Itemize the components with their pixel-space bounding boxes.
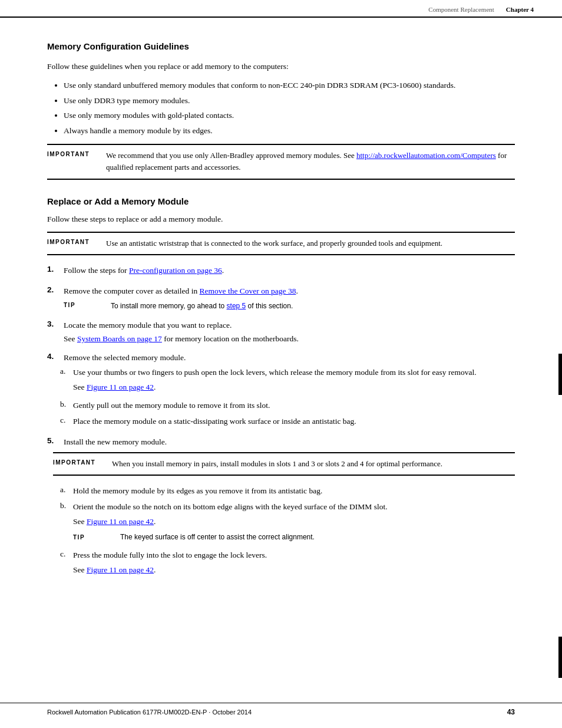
step-2-link[interactable]: Remove the Cover on page 38: [200, 286, 296, 295]
sidebar-marker-1: [558, 354, 562, 395]
step-2-num: 2.: [47, 285, 64, 294]
step-4a-ref-link[interactable]: Figure 11 on page 42: [87, 383, 154, 391]
header-section: Component Replacement: [428, 6, 494, 13]
tip-label-2: TIP: [73, 532, 120, 542]
step-3-num: 3.: [47, 319, 64, 328]
page-footer: Rockwell Automation Publication 6177R-UM…: [0, 703, 562, 716]
step-5c: c. Press the module fully into the slot …: [60, 549, 515, 579]
page-content: Memory Configuration Guidelines Follow t…: [0, 18, 562, 622]
step-3-ref-before: See: [64, 334, 77, 343]
tip-box-2: TIP The keyed surface is off center to a…: [73, 532, 515, 542]
step-4a-content: Use your thumbs or two fingers to push o…: [73, 367, 515, 396]
tip-content-2: The keyed surface is off center to assis…: [120, 532, 515, 542]
step-3-content: Locate the memory module that you want t…: [64, 319, 515, 332]
step-5a: a. Hold the memory module by its edges a…: [60, 485, 515, 498]
step-4-row: 4. Remove the selected memory module.: [47, 352, 515, 364]
important-content-1: We recommend that you use only Allen-Bra…: [106, 150, 515, 173]
step-1-num: 1.: [47, 265, 64, 274]
step-4a-ref: See Figure 11 on page 42.: [73, 381, 515, 394]
important-content-2: Use an antistatic wriststrap that is con…: [106, 238, 515, 249]
important-box-3: IMPORTANT When you install memory in pai…: [53, 452, 515, 476]
step-5-content: Install the new memory module.: [64, 436, 515, 449]
step-5a-label: a.: [60, 485, 73, 498]
step-5-important-container: IMPORTANT When you install memory in pai…: [53, 452, 515, 476]
sidebar-marker-2: [558, 637, 562, 678]
step-4c-label: c.: [60, 416, 73, 428]
step-2-text-after: .: [296, 286, 297, 295]
important-content-3: When you install memory in pairs, instal…: [112, 458, 515, 470]
section-replace-memory: Replace or Add a Memory Module Follow th…: [47, 196, 515, 579]
step-5b-ref: See Figure 11 on page 42.: [73, 516, 515, 528]
section1-bullets: Use only standard unbuffered memory modu…: [64, 79, 515, 137]
step-5b: b. Orient the module so the notch on its…: [60, 501, 515, 546]
tip-text-before: To install more memory, go ahead to: [111, 302, 227, 310]
step-1-text-before: Follow the steps for: [64, 266, 129, 275]
step-1-content: Follow the steps for Pre-configuration o…: [64, 265, 515, 277]
section2-intro: Follow these steps to replace or add a m…: [47, 213, 515, 226]
header-chapter: Chapter 4: [506, 6, 534, 13]
bullet-item: Use only DDR3 type memory modules.: [64, 94, 515, 107]
page-header: Component Replacement Chapter 4: [0, 0, 562, 18]
bullet-item: Always handle a memory module by its edg…: [64, 124, 515, 137]
step-5c-content: Press the module fully into the slot to …: [73, 549, 515, 579]
important-box-2: IMPORTANT Use an antistatic wriststrap t…: [47, 232, 515, 255]
step-3: 3. Locate the memory module that you wan…: [47, 319, 515, 344]
step-3-ref-para: See System Boards on page 17 for memory …: [64, 334, 515, 344]
section1-title: Memory Configuration Guidelines: [47, 41, 515, 51]
step-4a-label: a.: [60, 367, 73, 396]
important-box-1: IMPORTANT We recommend that you use only…: [47, 144, 515, 179]
important-label-2: IMPORTANT: [47, 238, 106, 249]
footer-publication: Rockwell Automation Publication 6177R-UM…: [47, 709, 252, 716]
step-4c: c. Place the memory module on a static-d…: [60, 416, 515, 428]
step-5-num: 5.: [47, 436, 64, 445]
section2-title: Replace or Add a Memory Module: [47, 196, 515, 206]
tip-content-1: To install more memory, go ahead to step…: [111, 301, 515, 311]
step-2-row: 2. Remove the computer cover as detailed…: [47, 285, 515, 298]
step-4: 4. Remove the selected memory module. a.…: [47, 352, 515, 428]
tip-text-after: of this section.: [246, 302, 293, 310]
section1-intro: Follow these guidelines when you replace…: [47, 61, 515, 73]
step-4b-label: b.: [60, 400, 73, 412]
important-text-before: We recommend that you use only Allen-Bra…: [106, 151, 356, 160]
tip-label-1: TIP: [64, 301, 111, 311]
step-2-tip-container: TIP To install more memory, go ahead to …: [64, 301, 515, 311]
step-4b: b. Gently pull out the memory module to …: [60, 400, 515, 412]
footer-page-num: 43: [507, 708, 515, 716]
step-3-ref-after: for memory location on the motherboards.: [162, 334, 299, 343]
step-5c-label: c.: [60, 549, 73, 579]
step-5b-content: Orient the module so the notch on its bo…: [73, 501, 515, 546]
important-link-1[interactable]: http://ab.rockwellautomation.com/Compute…: [356, 151, 496, 160]
step-4-content: Remove the selected memory module.: [64, 352, 515, 364]
step-1-row: 1. Follow the steps for Pre-configuratio…: [47, 265, 515, 277]
step-2-content: Remove the computer cover as detailed in…: [64, 285, 515, 298]
step-5-row: 5. Install the new memory module.: [47, 436, 515, 449]
tip-link-1[interactable]: step 5: [227, 302, 246, 310]
page: Component Replacement Chapter 4 Memory C…: [0, 0, 562, 728]
step-4c-content: Place the memory module on a static-diss…: [73, 416, 515, 428]
step-5: 5. Install the new memory module. IMPORT…: [47, 436, 515, 579]
important-label-3: IMPORTANT: [53, 458, 112, 470]
step-4-num: 4.: [47, 352, 64, 361]
bullet-item: Use only memory modules with gold-plated…: [64, 109, 515, 122]
step-5-substeps: a. Hold the memory module by its edges a…: [60, 485, 515, 579]
step-3-row: 3. Locate the memory module that you wan…: [47, 319, 515, 332]
step-5a-content: Hold the memory module by its edges as y…: [73, 485, 515, 498]
step-1-text-after: .: [222, 266, 224, 275]
important-label-1: IMPORTANT: [47, 150, 106, 173]
step-3-ref-link[interactable]: System Boards on page 17: [77, 334, 162, 343]
step-5c-ref-link[interactable]: Figure 11 on page 42: [87, 565, 154, 574]
bullet-item: Use only standard unbuffered memory modu…: [64, 79, 515, 92]
step-1-link[interactable]: Pre-configuration on page 36: [129, 266, 222, 275]
step-1: 1. Follow the steps for Pre-configuratio…: [47, 265, 515, 277]
step-5c-ref: See Figure 11 on page 42.: [73, 564, 515, 577]
step-5b-label: b.: [60, 501, 73, 546]
step-5b-ref-link[interactable]: Figure 11 on page 42: [87, 517, 154, 526]
step-3-see-ref: See System Boards on page 17 for memory …: [64, 334, 515, 344]
step-2: 2. Remove the computer cover as detailed…: [47, 285, 515, 312]
step-4b-content: Gently pull out the memory module to rem…: [73, 400, 515, 412]
tip-box-1: TIP To install more memory, go ahead to …: [64, 301, 515, 311]
step-4a: a. Use your thumbs or two fingers to pus…: [60, 367, 515, 396]
section-memory-config: Memory Configuration Guidelines Follow t…: [47, 41, 515, 180]
step-2-text-before: Remove the computer cover as detailed in: [64, 286, 200, 295]
step-4-substeps: a. Use your thumbs or two fingers to pus…: [60, 367, 515, 428]
